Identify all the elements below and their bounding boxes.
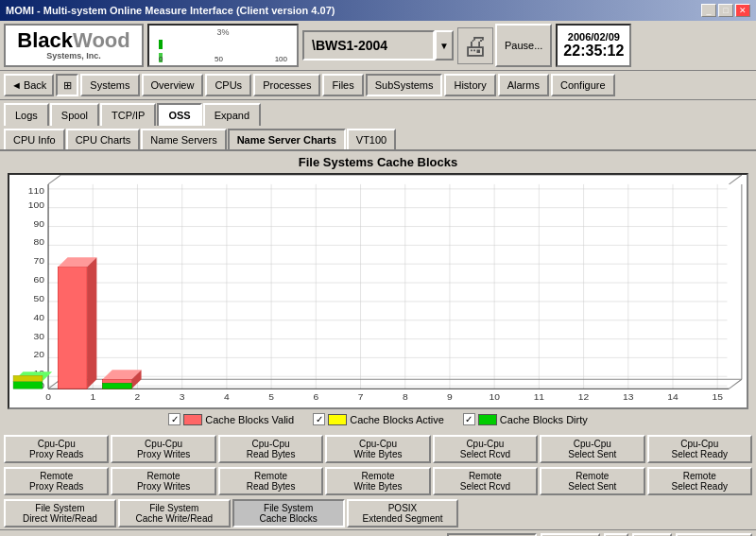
btn-fs-direct-write-read[interactable]: File System Direct Write/Read	[4, 499, 116, 527]
svg-text:15: 15	[713, 391, 724, 402]
help-button[interactable]: Help	[632, 533, 673, 537]
btn-posix-extended-segment[interactable]: POSIX Extended Segment	[347, 499, 459, 527]
pause-button[interactable]: Pause...	[495, 24, 552, 67]
btn-cpu-select-rcvd[interactable]: Cpu-Cpu Select Rcvd	[433, 435, 538, 463]
svg-text:5: 5	[268, 391, 274, 402]
btn-cpu-read-bytes[interactable]: Cpu-Cpu Read Bytes	[218, 435, 323, 463]
nav-configure[interactable]: Configure	[551, 74, 615, 96]
svg-text:20: 20	[34, 350, 45, 360]
nav-systems[interactable]: Systems	[80, 74, 139, 96]
svg-text:2: 2	[135, 391, 141, 402]
legend-dirty-label: Cache Blocks Dirty	[500, 414, 588, 425]
question-button[interactable]: ?	[604, 533, 628, 537]
svg-rect-74	[103, 383, 132, 389]
inner-tab-cpu-info[interactable]: CPU Info	[4, 129, 65, 149]
nav-alarms[interactable]: Alarms	[498, 74, 549, 96]
nav-subsystems[interactable]: SubSystems	[366, 74, 443, 96]
svg-text:110: 110	[28, 185, 45, 196]
chart-legend: ✓ Cache Blocks Valid ✓ Cache Blocks Acti…	[4, 409, 752, 429]
btn-fs-cache-write-read[interactable]: File System Cache Write/Read	[118, 499, 231, 527]
svg-text:10: 10	[489, 391, 500, 402]
close-button[interactable]: ✕	[735, 4, 750, 17]
btn-fs-cache-blocks[interactable]: File System Cache Blocks	[232, 499, 345, 527]
legend-valid: ✓ Cache Blocks Valid	[168, 413, 294, 425]
btn-remote-proxy-reads[interactable]: Remote Proxy Reads	[4, 467, 109, 495]
btn-cpu-select-sent[interactable]: Cpu-Cpu Select Sent	[540, 435, 644, 463]
svg-text:70: 70	[34, 255, 45, 266]
system-dropdown-button[interactable]: ▼	[435, 30, 454, 61]
inner-tab-cpu-charts[interactable]: CPU Charts	[66, 129, 141, 149]
btn-cpu-select-ready[interactable]: Cpu-Cpu Select Ready	[647, 435, 752, 463]
bottom-buttons-row1: Cpu-Cpu Proxy Reads Cpu-Cpu Proxy Writes…	[0, 433, 756, 465]
btn-cpu-write-bytes[interactable]: Cpu-Cpu Write Bytes	[325, 435, 430, 463]
svg-text:100: 100	[28, 199, 45, 210]
legend-valid-color	[183, 414, 202, 425]
svg-text:13: 13	[623, 391, 634, 402]
svg-text:11: 11	[534, 391, 545, 402]
btn-remote-select-rcvd[interactable]: Remote Select Rcvd	[433, 467, 538, 495]
gauge-labels: 0 50 100	[159, 55, 287, 63]
btn-remote-write-bytes[interactable]: Remote Write Bytes	[325, 467, 430, 495]
legend-active-check[interactable]: ✓	[313, 413, 325, 425]
btn-remote-select-sent[interactable]: Remote Select Sent	[540, 467, 644, 495]
status-bar: Not Logged On Hints On ? Help Print Scre…	[0, 529, 756, 536]
sub-tab-logs[interactable]: Logs	[4, 103, 49, 126]
inner-nav: CPU Info CPU Charts Name Servers Name Se…	[0, 126, 756, 151]
sub-tab-spool[interactable]: Spool	[50, 103, 99, 126]
inner-tab-name-servers[interactable]: Name Servers	[141, 129, 226, 149]
gauge-segment	[159, 40, 163, 49]
legend-active: ✓ Cache Blocks Active	[313, 413, 444, 425]
btn-remote-select-ready[interactable]: Remote Select Ready	[647, 467, 752, 495]
date-display: 2006/02/09	[568, 31, 620, 43]
svg-text:14: 14	[667, 391, 679, 402]
chart-title: File Systems Cache Blocks	[4, 155, 752, 169]
legend-valid-check[interactable]: ✓	[168, 413, 180, 425]
maximize-button[interactable]: □	[718, 4, 733, 17]
sub-nav: Logs Spool TCP/IP OSS Expand	[0, 100, 756, 126]
nav-bar: ◄ Back ⊞ Systems Overview CPUs Processes…	[0, 71, 756, 100]
btn-cpu-proxy-reads[interactable]: Cpu-Cpu Proxy Reads	[4, 435, 109, 463]
btn-remote-proxy-writes[interactable]: Remote Proxy Writes	[111, 467, 215, 495]
legend-dirty-color	[478, 414, 497, 425]
sub-tab-tcpip[interactable]: TCP/IP	[100, 103, 156, 126]
logo: Black Wood Systems, Inc.	[4, 24, 144, 67]
hints-on-button[interactable]: Hints On	[541, 533, 600, 537]
legend-dirty-check[interactable]: ✓	[463, 413, 475, 425]
pause-label: Pause...	[505, 40, 542, 51]
minimize-button[interactable]: _	[701, 4, 716, 17]
window-controls: _ □ ✕	[701, 4, 750, 17]
svg-text:7: 7	[358, 391, 364, 402]
svg-rect-73	[13, 375, 43, 381]
svg-rect-71	[13, 381, 43, 389]
nav-cpus[interactable]: CPUs	[205, 74, 251, 96]
bottom-buttons-row2: Remote Proxy Reads Remote Proxy Writes R…	[0, 465, 756, 497]
title-bar: MOMI - Multi-system Online Measure Inter…	[0, 0, 756, 21]
svg-text:40: 40	[34, 312, 45, 322]
svg-text:80: 80	[34, 237, 45, 248]
chart-area: 0 10 20 30 40 50 60 70 80 90 100 110 0 1…	[8, 173, 748, 409]
nav-overview[interactable]: Overview	[142, 74, 204, 96]
btn-cpu-proxy-writes[interactable]: Cpu-Cpu Proxy Writes	[111, 435, 215, 463]
sub-tab-expand[interactable]: Expand	[203, 103, 261, 126]
sub-tab-oss[interactable]: OSS	[157, 103, 201, 126]
back-button[interactable]: ◄ Back	[4, 74, 54, 96]
svg-rect-65	[58, 267, 87, 389]
svg-text:90: 90	[34, 218, 45, 229]
btn-remote-read-bytes[interactable]: Remote Read Bytes	[218, 467, 323, 495]
nav-history[interactable]: History	[444, 74, 495, 96]
svg-text:8: 8	[403, 391, 408, 402]
legend-active-color	[328, 414, 347, 425]
svg-text:60: 60	[34, 274, 45, 285]
nav-icon-button[interactable]: ⊞	[56, 74, 78, 96]
nav-files[interactable]: Files	[322, 74, 363, 96]
gauge-row-1	[159, 39, 287, 50]
inner-tab-name-server-charts[interactable]: Name Server Charts	[228, 129, 346, 149]
svg-marker-67	[87, 257, 96, 389]
inner-tab-vt100[interactable]: VT100	[347, 129, 396, 149]
svg-text:12: 12	[578, 391, 590, 402]
print-screen-button[interactable]: Print Screen	[676, 533, 752, 537]
nav-processes[interactable]: Processes	[253, 74, 320, 96]
system-name-display: \BWS1-2004	[302, 30, 435, 61]
not-logged-on-button[interactable]: Not Logged On	[447, 533, 537, 537]
gauge-mid: 50	[215, 55, 223, 63]
